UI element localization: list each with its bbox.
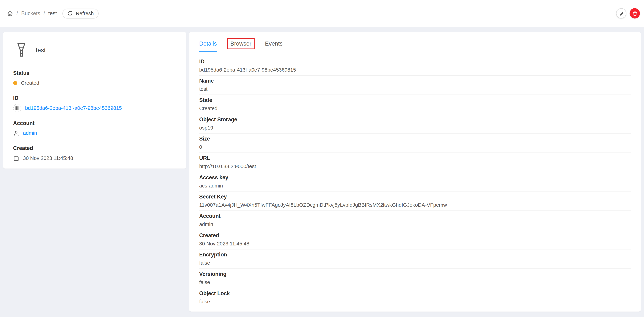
detail-item-versioning: Versioning false: [199, 269, 631, 288]
annotation-box: Browser: [227, 38, 255, 49]
detail-item-created: Created 30 Nov 2023 11:45:48: [199, 230, 631, 250]
card-field-value-created: 30 Nov 2023 11:45:48: [23, 155, 73, 162]
page-header: / Buckets / test Refresh: [0, 0, 644, 27]
detail-item-state: State Created: [199, 95, 631, 114]
app-screen: / Buckets / test Refresh test: [0, 0, 644, 317]
barcode-icon: [13, 104, 21, 112]
calendar-icon: [13, 155, 19, 161]
detail-item-id: ID bd195da6-2eba-413f-a0e7-98be45369815: [199, 56, 631, 76]
detail-item-size: Size 0: [199, 134, 631, 153]
trash-icon: [632, 11, 638, 16]
card-field-id: ID bd195da6-2eba-413f-a0e7-98be45369815: [13, 95, 176, 112]
breadcrumb-separator: /: [16, 10, 18, 17]
detail-panel: Details Browser Events ID bd195da6-2eba-…: [189, 32, 641, 311]
user-icon: [13, 130, 19, 136]
detail-item-access-key: Access key acs-admin: [199, 172, 631, 192]
resource-card: test Status Created ID bd195da6-2eba-413…: [3, 32, 186, 169]
refresh-button[interactable]: Refresh: [62, 8, 99, 18]
breadcrumb-separator: /: [44, 10, 45, 17]
delete-button[interactable]: [630, 8, 640, 19]
bucket-icon: [17, 43, 26, 57]
tab-bar: Details Browser Events: [199, 32, 631, 52]
status-dot-icon: [13, 81, 17, 85]
edit-button[interactable]: [616, 8, 626, 19]
header-actions: [616, 8, 640, 19]
detail-list: ID bd195da6-2eba-413f-a0e7-98be45369815 …: [199, 56, 631, 307]
detail-item-object-storage: Object Storage osp19: [199, 114, 631, 134]
breadcrumb-item-buckets[interactable]: Buckets: [21, 10, 40, 17]
card-field-created: Created 30 Nov 2023 11:45:48: [13, 145, 176, 162]
card-field-value-status: Created: [21, 80, 39, 86]
detail-item-account: Account admin: [199, 211, 631, 230]
content-area: test Status Created ID bd195da6-2eba-413…: [0, 27, 644, 311]
tab-events[interactable]: Events: [265, 40, 282, 52]
tab-browser[interactable]: Browser: [230, 40, 251, 52]
resource-card-fields: Status Created ID bd195da6-2eba-413f-a0e…: [13, 70, 176, 162]
resource-title: test: [36, 46, 46, 53]
detail-item-name: Name test: [199, 76, 631, 95]
card-divider: [12, 62, 176, 62]
detail-item-object-lock: Object Lock false: [199, 288, 631, 307]
detail-item-secret-key: Secret Key 11v007a1Av4jJH_W4Xh5TfwFFAgoJ…: [199, 191, 631, 211]
refresh-label: Refresh: [76, 11, 94, 16]
detail-item-url: URL http://10.0.33.2:9000/test: [199, 153, 631, 172]
card-field-value-id[interactable]: bd195da6-2eba-413f-a0e7-98be45369815: [25, 105, 122, 111]
home-icon[interactable]: [7, 10, 13, 17]
card-field-value-account[interactable]: admin: [23, 130, 37, 137]
edit-icon: [618, 11, 624, 16]
detail-item-encryption: Encryption false: [199, 249, 631, 269]
breadcrumb: / Buckets / test Refresh: [7, 8, 99, 18]
reload-icon: [68, 11, 73, 16]
card-field-status: Status Created: [13, 70, 176, 87]
breadcrumb-item-current: test: [48, 10, 57, 17]
card-field-account: Account admin: [13, 120, 176, 137]
resource-card-header: test: [13, 38, 176, 62]
tab-details[interactable]: Details: [199, 40, 217, 52]
